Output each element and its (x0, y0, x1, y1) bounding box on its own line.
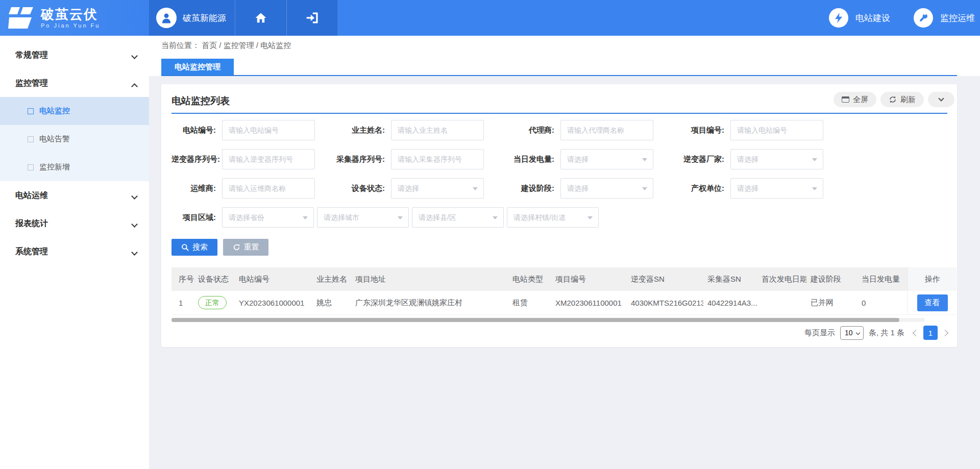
user-menu[interactable]: 破茧新能源 (149, 0, 235, 36)
filter-label: 采集器序列号: (315, 149, 391, 169)
col-address: 项目地址 (351, 267, 508, 291)
sidebar-subitem-station-alarm[interactable]: 电站告警 (0, 125, 149, 153)
breadcrumb-monitor-mgmt[interactable]: 监控管理 (224, 41, 254, 50)
sidebar-item-report-stats[interactable]: 报表统计 (0, 209, 149, 237)
refresh-icon (889, 95, 897, 104)
breadcrumb: 当前位置： 首页 / 监控管理 / 电站监控 (161, 41, 291, 51)
caret-down-icon (642, 158, 647, 161)
select-placeholder: 请选择村镇/街道 (513, 213, 566, 221)
collector-sn-input[interactable] (391, 149, 484, 169)
owner-name-input[interactable] (391, 120, 484, 140)
ops-vendor-input[interactable] (222, 178, 315, 199)
cell-inverter-sn: 4030KMTS216G0213... (627, 291, 703, 314)
sidebar-item-system-mgmt[interactable]: 系统管理 (0, 237, 149, 265)
sign-in-button[interactable] (286, 0, 338, 36)
col-inverter-sn: 逆变器SN (627, 267, 703, 291)
cell-status: 正常 (194, 291, 235, 314)
sidebar-item-label: 监控管理 (15, 79, 48, 87)
project-no-input[interactable] (730, 120, 823, 140)
sidebar-subitem-label: 电站监控 (39, 106, 70, 116)
select-placeholder: 请选择 (567, 184, 589, 192)
wrench-icon (918, 12, 929, 23)
total-count-label: 条, 共 1 条 (869, 328, 904, 338)
province-select[interactable]: 请选择省份 (222, 207, 314, 228)
col-status: 设备状态 (194, 267, 235, 291)
station-monitor-panel: 电站监控列表 全屏 刷新 (161, 84, 957, 347)
select-placeholder: 请选择 (737, 184, 758, 192)
tab-underline (161, 75, 957, 76)
station-no-input[interactable] (222, 120, 315, 140)
filter-label: 运维商: (172, 178, 222, 199)
panel-title: 电站监控列表 (172, 94, 230, 108)
property-unit-select[interactable]: 请选择 (730, 178, 823, 199)
breadcrumb-separator: / (256, 41, 258, 50)
filter-form: 电站编号: 业主姓名: 代理商: 项目编号: 逆变器序列号: 采集器序列号: 当… (172, 120, 823, 228)
chevron-down-icon (938, 95, 944, 101)
cell-type: 租赁 (508, 291, 551, 314)
cell-first-power (757, 291, 806, 314)
page-1-button[interactable]: 1 (923, 326, 938, 340)
prev-page-button[interactable] (913, 330, 919, 336)
title-underline (172, 113, 947, 114)
lightning-icon (833, 12, 844, 23)
col-index: 序号 (172, 267, 194, 291)
nav-monitor-ops[interactable]: 监控运维 (914, 8, 975, 28)
build-stage-select[interactable]: 请选择 (560, 178, 653, 199)
city-select[interactable]: 请选择城市 (317, 207, 409, 228)
inverter-vendor-select[interactable]: 请选择 (730, 149, 823, 169)
col-stage: 建设阶段 (806, 267, 857, 291)
tab-station-monitor-mgmt[interactable]: 电站监控管理 (161, 59, 234, 75)
avatar (156, 8, 177, 28)
inverter-sn-input[interactable] (222, 149, 315, 169)
pagination: 每页显示 10 条, 共 1 条 1 (804, 326, 947, 340)
refresh-button[interactable]: 刷新 (880, 92, 924, 107)
top-nav: 电站建设 监控运维 (829, 0, 975, 36)
brand-subtitle: Po Jian Yun Fu (41, 22, 100, 29)
region-selects: 请选择省份 请选择城市 请选择县/区 请选择村镇/街道 (222, 207, 823, 228)
filter-label: 设备状态: (315, 178, 391, 199)
device-status-select[interactable]: 请选择 (391, 178, 484, 199)
sidebar-item-monitor-mgmt[interactable]: 监控管理 (0, 69, 149, 97)
reset-button[interactable]: 重置 (223, 239, 268, 256)
breadcrumb-current: 电站监控 (260, 41, 291, 50)
caret-down-icon (303, 216, 308, 219)
county-select[interactable]: 请选择县/区 (412, 207, 504, 228)
col-first-power: 首次发电日期 (757, 267, 806, 291)
collapse-button[interactable] (928, 92, 954, 107)
horizontal-scrollbar[interactable] (172, 318, 925, 322)
cell-action: 查看 (908, 291, 957, 314)
search-button[interactable]: 搜索 (172, 239, 217, 256)
cell-stage: 已并网 (806, 291, 857, 314)
fullscreen-button[interactable]: 全屏 (834, 92, 876, 107)
user-icon (160, 11, 173, 24)
col-station-no: 电站编号 (235, 267, 312, 291)
nav-station-construction[interactable]: 电站建设 (829, 8, 890, 28)
cell-station-no: YX2023061000001 (235, 291, 312, 314)
home-button[interactable] (235, 0, 286, 36)
user-name: 破茧新能源 (183, 12, 226, 24)
view-button[interactable]: 查看 (917, 294, 948, 311)
agent-input[interactable] (560, 120, 653, 140)
brand-logo[interactable]: 破茧云伏 Po Jian Yun Fu (0, 0, 149, 36)
sidebar-subitem-station-monitor[interactable]: 电站监控 (0, 97, 149, 125)
refresh-label: 刷新 (900, 95, 916, 105)
sidebar-item-general-mgmt[interactable]: 常规管理 (0, 41, 149, 69)
table-row: 1 正常 YX2023061000001 姚忠 广东深圳龙华区观澜镇姚家庄村 租… (172, 291, 957, 315)
sidebar-item-label: 电站运维 (15, 191, 48, 200)
filter-label: 逆变器厂家: (653, 149, 730, 169)
sidebar-subitem-monitor-add[interactable]: 监控新增 (0, 153, 149, 181)
scrollbar-thumb[interactable] (172, 318, 899, 322)
main-content: 当前位置： 首页 / 监控管理 / 电站监控 电站监控管理 电站监控列表 全屏 (149, 36, 980, 469)
breadcrumb-home[interactable]: 首页 (202, 41, 217, 50)
per-page-value: 10 (845, 329, 853, 337)
next-page-button[interactable] (942, 330, 948, 336)
town-select[interactable]: 请选择村镇/街道 (507, 207, 599, 228)
sidebar-item-station-ops[interactable]: 电站运维 (0, 181, 149, 209)
filter-label: 建设阶段: (484, 178, 560, 199)
fullscreen-label: 全屏 (853, 95, 868, 105)
daily-energy-select[interactable]: 请选择 (560, 149, 653, 169)
per-page-select[interactable]: 10 (840, 326, 864, 340)
reset-icon (233, 243, 240, 251)
caret-down-icon (473, 187, 478, 190)
breadcrumb-prefix: 当前位置： (161, 41, 200, 50)
